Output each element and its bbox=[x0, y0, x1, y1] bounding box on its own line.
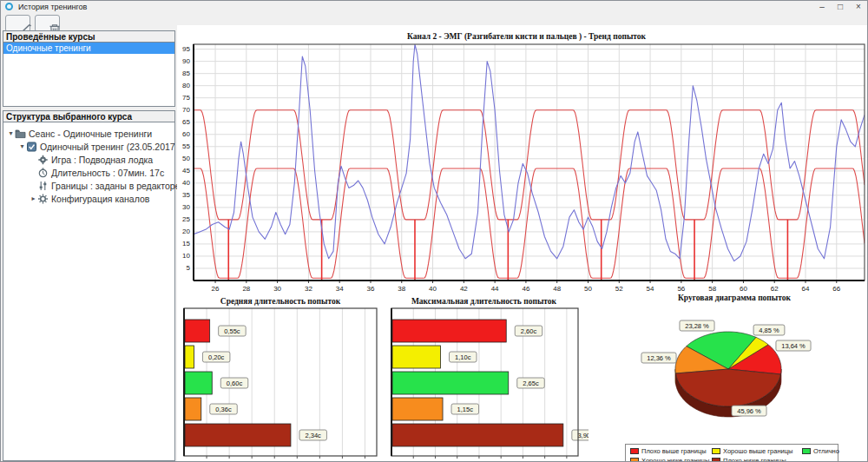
tree-item-label: Конфигурация каналов bbox=[51, 194, 149, 204]
sidebar: Проведённые курсы Одиночные тренинги Стр… bbox=[3, 30, 175, 461]
pie-chart-title: Круговая диаграмма попыток bbox=[648, 294, 821, 302]
sliders-icon bbox=[37, 181, 49, 191]
value-label: 1,15с bbox=[451, 404, 479, 414]
bar-2 bbox=[392, 372, 509, 394]
svg-text:28: 28 bbox=[242, 285, 250, 293]
svg-text:5: 5 bbox=[187, 264, 191, 272]
bar-4 bbox=[185, 424, 291, 446]
svg-text:48: 48 bbox=[553, 285, 561, 293]
delete-button[interactable] bbox=[35, 15, 60, 32]
svg-text:95: 95 bbox=[182, 45, 190, 53]
value-label: 0,55с bbox=[219, 326, 247, 336]
svg-text:0,55с: 0,55с bbox=[224, 327, 240, 335]
svg-text:30: 30 bbox=[273, 285, 281, 293]
svg-text:90: 90 bbox=[182, 57, 190, 65]
svg-text:60: 60 bbox=[740, 285, 747, 293]
svg-text:45,96 %: 45,96 % bbox=[737, 407, 761, 415]
legend-item: Хорошо ниже границы bbox=[630, 457, 708, 462]
bar-2 bbox=[185, 372, 212, 394]
svg-text:32: 32 bbox=[305, 285, 312, 293]
bar-3 bbox=[392, 398, 443, 420]
legend-swatch bbox=[630, 448, 639, 454]
window-title: История тренингов bbox=[18, 3, 87, 11]
minimize-button[interactable]: – bbox=[817, 2, 827, 12]
svg-text:40: 40 bbox=[429, 285, 437, 293]
svg-text:55: 55 bbox=[182, 142, 190, 150]
value-label: 2,65с bbox=[517, 378, 545, 388]
course-structure-tree: ▾Сеанс - Одиночные тренинги▾Одиночный тр… bbox=[3, 122, 174, 205]
svg-text:50: 50 bbox=[182, 155, 190, 162]
pie-label: 23,28 % bbox=[680, 320, 714, 331]
max-duration-chart: 0,5с1,0с1,5с2,0с2,5с3,0с3,5с4,0с2,60с1,1… bbox=[387, 305, 589, 462]
svg-text:56: 56 bbox=[677, 285, 685, 293]
value-label: 3,90с bbox=[572, 430, 589, 440]
value-label: 0,36с bbox=[210, 404, 238, 414]
svg-text:42: 42 bbox=[460, 285, 468, 293]
svg-text:0,36с: 0,36с bbox=[215, 406, 232, 413]
legend-swatch bbox=[630, 458, 639, 462]
chevron-right-icon[interactable]: ▸ bbox=[30, 195, 37, 202]
legend-item: Плохо ниже границы bbox=[712, 457, 799, 462]
tree-item[interactable]: Длительность : 07мин. 17с bbox=[3, 166, 174, 179]
svg-text:75: 75 bbox=[182, 94, 190, 102]
value-label: 0,20с bbox=[202, 352, 230, 362]
legend-label: Хорошо выше границы bbox=[723, 447, 792, 455]
pie-label: 12,36 % bbox=[641, 353, 676, 363]
svg-text:2,60с: 2,60с bbox=[521, 327, 537, 335]
svg-text:36: 36 bbox=[367, 285, 375, 293]
bar-4 bbox=[392, 424, 563, 446]
app-icon bbox=[5, 3, 13, 10]
tree-item[interactable]: ▾Одиночный тренинг (23.05.2017 16:51:52) bbox=[3, 140, 174, 153]
pie-label: 45,96 % bbox=[732, 406, 766, 416]
checked-icon bbox=[26, 142, 37, 152]
tree-item-label: Игра : Подводная лодка bbox=[51, 155, 153, 165]
legend-label: Хорошо ниже границы bbox=[641, 457, 709, 462]
clock-icon bbox=[37, 168, 49, 178]
title-bar: История тренингов – □ × bbox=[1, 1, 867, 13]
svg-text:66: 66 bbox=[832, 285, 840, 293]
course-item-single-trainings[interactable]: Одиночные тренинги bbox=[3, 43, 174, 54]
svg-text:80: 80 bbox=[182, 82, 190, 89]
structure-header: Структура выбранного курса bbox=[3, 111, 174, 122]
svg-text:13,64 %: 13,64 % bbox=[781, 342, 806, 350]
tree-item-label: Длительность : 07мин. 17с bbox=[51, 168, 164, 178]
legend-swatch bbox=[712, 448, 720, 454]
value-label: 0,60с bbox=[220, 378, 248, 388]
pie-label: 13,64 % bbox=[776, 340, 811, 351]
tree-item[interactable]: Границы : заданы в редакторе bbox=[3, 179, 174, 192]
tree-item[interactable]: Игра : Подводная лодка bbox=[3, 153, 174, 166]
svg-text:2,65с: 2,65с bbox=[523, 380, 539, 387]
report-button[interactable] bbox=[5, 15, 30, 32]
tree-item-label: Границы : заданы в редакторе bbox=[51, 181, 180, 191]
chevron-down-icon[interactable]: ▾ bbox=[7, 129, 15, 137]
legend-label: Плохо выше границы bbox=[641, 447, 707, 455]
svg-text:54: 54 bbox=[647, 285, 654, 293]
svg-text:50: 50 bbox=[584, 285, 592, 293]
svg-text:1,10с: 1,10с bbox=[455, 353, 471, 361]
courses-header: Проведённые курсы bbox=[3, 31, 174, 43]
svg-text:40: 40 bbox=[182, 179, 190, 187]
chevron-down-icon[interactable]: ▾ bbox=[18, 142, 26, 150]
bar-1 bbox=[392, 346, 441, 368]
svg-text:35: 35 bbox=[182, 191, 190, 199]
svg-text:30: 30 bbox=[182, 203, 190, 211]
legend-item: Хорошо выше границы bbox=[712, 447, 799, 455]
avg-duration-chart: 0,5с1,0с1,5с2,0с2,5с3,0с3,5с4,0с0,55с0,2… bbox=[179, 305, 387, 462]
folder-icon bbox=[15, 129, 26, 139]
gear-icon bbox=[37, 194, 49, 204]
svg-text:58: 58 bbox=[708, 285, 716, 293]
tree-item[interactable]: ▾Сеанс - Одиночные тренинги bbox=[3, 127, 174, 140]
svg-text:44: 44 bbox=[491, 285, 499, 293]
svg-text:85: 85 bbox=[182, 69, 190, 77]
tree-item-label: Сеанс - Одиночные тренинги bbox=[29, 129, 152, 139]
bar-3 bbox=[185, 398, 201, 420]
svg-text:25: 25 bbox=[182, 215, 190, 223]
svg-text:15: 15 bbox=[182, 240, 190, 248]
tree-item[interactable]: ▸Конфигурация каналов bbox=[3, 192, 174, 205]
close-button[interactable]: × bbox=[853, 2, 864, 12]
svg-text:34: 34 bbox=[336, 285, 344, 293]
maximize-button[interactable]: □ bbox=[835, 2, 845, 12]
legend-label: Плохо ниже границы bbox=[723, 457, 786, 462]
svg-text:70: 70 bbox=[182, 106, 190, 114]
svg-text:64: 64 bbox=[802, 285, 810, 293]
